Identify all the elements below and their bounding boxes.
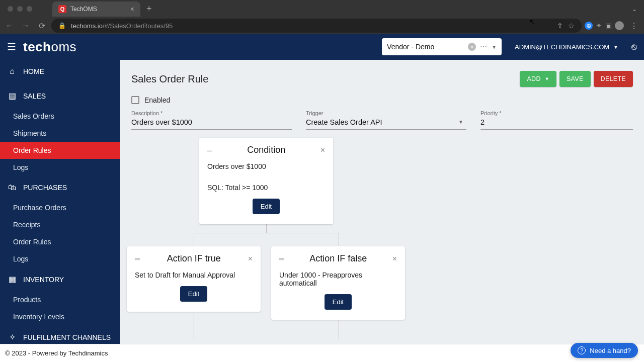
delete-button[interactable]: DELETE <box>594 71 633 87</box>
sidebar-section-purchases[interactable]: 🛍PURCHASES <box>0 176 120 199</box>
star-icon[interactable]: ☆ <box>568 22 575 30</box>
rule-flow: ═ Condition × Orders over $1000 SQL: Tot… <box>120 138 644 349</box>
condition-sql: SQL: Total >= 1000 <box>207 184 325 192</box>
sidebar-item-home[interactable]: ⌂HOME <box>0 60 120 83</box>
panel-icon[interactable]: ▣ <box>605 22 612 30</box>
extensions-icon[interactable]: ✦ <box>596 21 602 30</box>
description-field[interactable]: Description * Orders over $1000 <box>131 110 292 130</box>
invoice-icon: ▤ <box>7 91 17 101</box>
reload-icon[interactable]: ⟳ <box>35 21 48 31</box>
back-icon[interactable]: ← <box>3 21 16 30</box>
enabled-label: Enabled <box>144 96 170 104</box>
field-label: Trigger <box>306 110 466 116</box>
condition-text: Orders over $1000 <box>207 162 325 170</box>
card-title: Action IF false <box>284 253 392 264</box>
lock-icon: 🔒 <box>58 22 66 29</box>
sidebar-item-products[interactable]: Products <box>0 291 120 308</box>
cart-icon: 🛍 <box>7 183 17 192</box>
address-bar[interactable]: 🔒 techoms.io/#/SalesOrderRoutes/95 ⇪ ☆ <box>51 19 582 33</box>
condition-card: ═ Condition × Orders over $1000 SQL: Tot… <box>199 138 333 224</box>
logout-icon[interactable]: ⎋ <box>631 42 637 52</box>
favicon: Q <box>58 5 66 13</box>
profile-avatar[interactable] <box>615 21 624 30</box>
traffic-close[interactable] <box>8 6 13 12</box>
field-value: Orders over $1000 <box>131 116 292 130</box>
close-icon[interactable]: × <box>392 254 397 263</box>
extension-icon[interactable]: ① <box>585 22 593 30</box>
edit-button[interactable]: Edit <box>325 294 352 310</box>
home-icon: ⌂ <box>7 67 17 76</box>
save-button[interactable]: SAVE <box>559 71 591 87</box>
footer: © 2023 - Powered by Techdinamics <box>0 344 644 362</box>
chrome-menu-icon[interactable]: ⋮ <box>630 21 638 31</box>
help-button[interactable]: ? Need a hand? <box>571 343 638 358</box>
traffic-max[interactable] <box>27 6 32 12</box>
sidebar-item-shipments[interactable]: Shipments <box>0 125 120 142</box>
field-value: 2 <box>480 116 633 130</box>
chevron-down-icon[interactable]: ▼ <box>492 44 497 50</box>
sidebar-item-order-rules[interactable]: Order Rules <box>0 142 120 159</box>
vendor-select[interactable]: Vendor - Demo × ⋯ ▼ <box>382 38 502 55</box>
enabled-checkbox[interactable] <box>131 96 139 104</box>
vendor-clear-icon[interactable]: × <box>468 43 476 51</box>
traffic-min[interactable] <box>17 6 23 12</box>
button-label: ADD <box>527 75 540 82</box>
chevron-down-icon: ▼ <box>613 44 618 50</box>
close-icon[interactable]: × <box>320 146 325 155</box>
page-title: Sales Order Rule <box>131 73 208 85</box>
field-label: Priority * <box>480 110 633 116</box>
edit-button[interactable]: Edit <box>180 286 207 302</box>
content: Sales Order Rule ADD▼ SAVE DELETE Enable… <box>120 60 644 362</box>
vendor-selected: Vendor - Demo <box>387 43 464 51</box>
drag-icon[interactable]: ═ <box>135 257 140 260</box>
sidebar-label: INVENTORY <box>23 276 64 284</box>
action-true-card: ═ Action IF true × Set to Draft for Manu… <box>127 246 261 312</box>
help-label: Need a hand? <box>590 347 631 354</box>
field-value: Create Sales Order API <box>306 116 466 130</box>
card-title: Condition <box>212 145 320 155</box>
vendor-more-icon[interactable]: ⋯ <box>480 43 488 51</box>
sidebar-label: PURCHASES <box>23 184 67 192</box>
user-menu[interactable]: ADMIN@TECHDINAMICS.COM ▼ <box>515 43 618 51</box>
drag-icon[interactable]: ═ <box>279 257 284 260</box>
action-false-card: ═ Action IF false × Under 1000 - Preappr… <box>271 246 405 320</box>
sidebar: ⌂HOME ▤SALES Sales Orders Shipments Orde… <box>0 60 120 362</box>
add-button[interactable]: ADD▼ <box>520 71 556 87</box>
sidebar-item-logs[interactable]: Logs <box>0 159 120 176</box>
browser-toolbar: ← → ⟳ 🔒 techoms.io/#/SalesOrderRoutes/95… <box>0 18 644 34</box>
tab-title: TechOMS <box>70 6 126 13</box>
browser-tabbar: Q TechOMS × + ⌄ <box>0 0 644 18</box>
sidebar-item-sales-orders[interactable]: Sales Orders <box>0 108 120 125</box>
new-tab-icon[interactable]: + <box>146 4 152 14</box>
sidebar-label: HOME <box>23 67 44 75</box>
app-topbar: ☰ techoms Vendor - Demo × ⋯ ▼ ADMIN@TECH… <box>0 34 644 60</box>
browser-tab[interactable]: Q TechOMS × <box>52 2 140 17</box>
field-label: Description * <box>131 110 292 116</box>
sidebar-item-receipts[interactable]: Receipts <box>0 216 120 233</box>
forward-icon[interactable]: → <box>19 21 32 30</box>
tab-dropdown-icon[interactable]: ⌄ <box>632 6 637 13</box>
url-text: techoms.io/#/SalesOrderRoutes/95 <box>71 22 173 30</box>
sidebar-section-sales[interactable]: ▤SALES <box>0 84 120 108</box>
logo: techoms <box>23 39 76 55</box>
user-email-text: ADMIN@TECHDINAMICS.COM <box>515 43 609 51</box>
sidebar-item-logs-p[interactable]: Logs <box>0 250 120 267</box>
edit-button[interactable]: Edit <box>253 199 280 214</box>
tab-close-icon[interactable]: × <box>130 5 134 13</box>
card-title: Action IF true <box>140 253 248 264</box>
priority-field[interactable]: Priority * 2 <box>480 110 633 130</box>
sidebar-label: FULFILLMENT CHANNELS <box>23 333 111 341</box>
chevron-down-icon: ▼ <box>545 76 549 81</box>
trigger-field[interactable]: Trigger Create Sales Order API ▼ <box>306 110 466 130</box>
hamburger-icon[interactable]: ☰ <box>7 41 16 53</box>
drag-icon[interactable]: ═ <box>207 149 212 152</box>
sidebar-item-order-rules-p[interactable]: Order Rules <box>0 233 120 250</box>
close-icon[interactable]: × <box>248 254 253 263</box>
sidebar-item-purchase-orders[interactable]: Purchase Orders <box>0 199 120 216</box>
footer-text: © 2023 - Powered by Techdinamics <box>5 349 108 357</box>
share-icon[interactable]: ⇪ <box>557 22 563 30</box>
sidebar-item-inventory-levels[interactable]: Inventory Levels <box>0 308 120 325</box>
network-icon: ✧ <box>7 332 17 342</box>
action-true-text: Set to Draft for Manual Approval <box>135 271 253 279</box>
sidebar-section-inventory[interactable]: ▦INVENTORY <box>0 267 120 291</box>
